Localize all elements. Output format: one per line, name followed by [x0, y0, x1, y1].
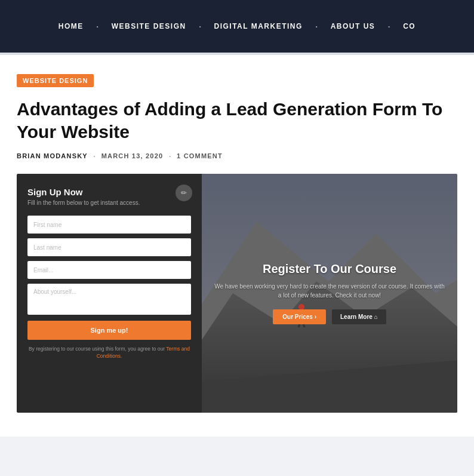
form-panel-subtitle: Fill in the form below to get instant ac…: [27, 199, 191, 206]
about-placeholder: About yourself...: [33, 288, 76, 295]
hero-mock-content: ✏ Sign Up Now Fill in the form below to …: [17, 174, 457, 413]
nav-separator-4: •: [388, 24, 390, 29]
meta-date: MARCH 13, 2020: [101, 152, 164, 159]
our-prices-button[interactable]: Our Prices ›: [273, 309, 326, 324]
hero-image: ✏ Sign Up Now Fill in the form below to …: [17, 174, 457, 413]
meta-dot-2: •: [169, 153, 171, 159]
learn-more-button[interactable]: Learn More ⌂: [332, 309, 386, 324]
form-disclaimer: By registering to our course using this …: [27, 346, 191, 360]
article-title: Advantages of Adding a Lead Generation F…: [17, 98, 457, 143]
signup-button-label: Sign me up!: [91, 327, 128, 334]
mountain-text-content: Register To Our Course We have been work…: [202, 250, 457, 336]
disclaimer-text: By registering to our course using this …: [29, 346, 165, 352]
meta-author: BRIAN MODANSKY: [17, 152, 88, 159]
category-tag[interactable]: WEBSITE DESIGN: [17, 74, 94, 87]
nav-item-contact[interactable]: CO: [390, 22, 429, 30]
nav-separator-2: •: [199, 24, 201, 29]
mock-signup-button[interactable]: Sign me up!: [27, 321, 191, 340]
mountain-buttons: Our Prices › Learn More ⌂: [214, 309, 445, 324]
nav-separator-1: •: [97, 24, 99, 29]
nav-separator-3: •: [316, 24, 318, 29]
mock-last-name-input[interactable]: Last name: [27, 238, 191, 256]
mock-first-name-input[interactable]: First name: [27, 216, 191, 234]
first-name-placeholder: First name: [33, 222, 61, 228]
meta-dot-1: •: [94, 153, 96, 159]
edit-icon: ✏: [176, 185, 192, 201]
meta-comment-count[interactable]: 1 COMMENT: [177, 152, 223, 159]
mountain-panel: Register To Our Course We have been work…: [202, 174, 457, 413]
form-panel: ✏ Sign Up Now Fill in the form below to …: [17, 174, 202, 413]
main-navigation: HOME • WEBSITE DESIGN • DIGITAL MARKETIN…: [0, 0, 474, 53]
last-name-placeholder: Last name: [33, 244, 61, 251]
nav-item-home[interactable]: HOME: [45, 22, 97, 30]
mock-about-textarea[interactable]: About yourself...: [27, 284, 191, 315]
mountain-description: We have been working very hard to create…: [214, 282, 445, 300]
nav-item-website-design[interactable]: WEBSITE DESIGN: [99, 22, 199, 30]
form-panel-title: Sign Up Now: [27, 187, 191, 197]
article-meta: BRIAN MODANSKY • MARCH 13, 2020 • 1 COMM…: [17, 152, 457, 159]
nav-item-digital-marketing[interactable]: DIGITAL MARKETING: [201, 22, 315, 30]
main-content-area: WEBSITE DESIGN Advantages of Adding a Le…: [0, 55, 474, 437]
mock-email-input[interactable]: Email...: [27, 261, 191, 279]
email-placeholder: Email...: [33, 267, 53, 274]
nav-item-about-us[interactable]: ABOUT US: [318, 22, 389, 30]
mountain-title: Register To Our Course: [214, 262, 445, 276]
